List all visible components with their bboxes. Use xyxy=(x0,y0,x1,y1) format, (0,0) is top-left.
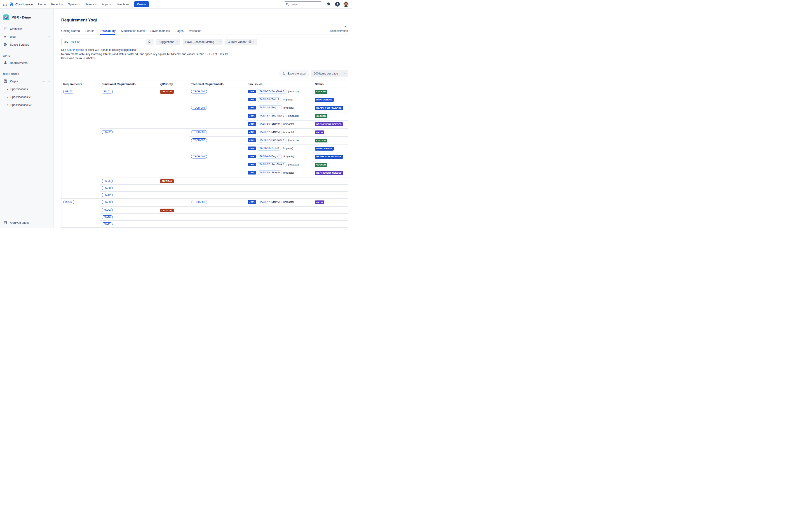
requirement-key-pill[interactable]: BR-02 xyxy=(63,200,74,204)
jira-issue-line: JIRATASK-57- Sub-Task 1(impacts) xyxy=(248,89,311,94)
requirement-key-pill[interactable]: FN-12 xyxy=(102,193,113,197)
current-variant-button[interactable]: Current variant × xyxy=(225,39,257,45)
apps-section-label: APPS xyxy=(0,52,53,59)
jira-issue-summary: Bug - 1 xyxy=(271,155,280,157)
requirement-key-pill[interactable]: FN-03 xyxy=(102,200,113,204)
run-search-button[interactable] xyxy=(146,39,153,45)
impacts-label: (impacts) xyxy=(288,115,299,117)
sidebar-page-specifications-v1[interactable]: Specifications v1 xyxy=(0,93,53,101)
space-header[interactable]: MBR - Démo xyxy=(0,14,53,20)
jira-issue-link[interactable]: TASK-55- Story 9 xyxy=(258,122,282,126)
tab-search[interactable]: Search xyxy=(85,29,95,34)
sidebar-item-label: Blog xyxy=(10,35,16,39)
requirement-key-pill[interactable]: FN-10 xyxy=(102,215,113,220)
sidebar-item-space-settings[interactable]: Space Settings xyxy=(0,41,53,48)
tab-modification-matrix[interactable]: Modification Matrix xyxy=(121,29,145,34)
search-icon xyxy=(286,3,289,6)
processed-time: Processed matrix in 2679ms xyxy=(61,57,348,60)
requirement-cell: BR-02 xyxy=(61,198,100,228)
nav-item-home[interactable]: Home xyxy=(38,3,46,6)
sidebar-item-archived-pages[interactable]: Archived pages xyxy=(0,219,53,227)
query-input[interactable]: key ~ 'BR-%' xyxy=(61,39,154,45)
pages-more-button[interactable]: ••• xyxy=(42,80,45,82)
nav-item-recent[interactable]: Recent xyxy=(51,3,62,6)
requirement-cell: FN-12 xyxy=(100,192,158,198)
save-options-button[interactable] xyxy=(217,39,222,45)
jira-issue-line: JIRATASK-57- Sub-Task 1(impacts) xyxy=(248,138,311,142)
status-badge: IN PROGRESS xyxy=(315,147,334,151)
sidebar-page-specifications[interactable]: Specifications xyxy=(0,85,53,93)
app-switcher-button[interactable] xyxy=(2,2,8,7)
jira-issue-cell: JIRATASK-47- Story 3(impacts) xyxy=(246,198,313,207)
clear-variant-icon[interactable]: × xyxy=(248,41,251,43)
tab-validation[interactable]: Validation xyxy=(189,29,201,34)
search-syntax-link[interactable]: Search syntax xyxy=(67,48,84,51)
requirement-key-pill[interactable]: FN-02 xyxy=(102,130,113,134)
nav-item-spaces[interactable]: Spaces xyxy=(68,3,80,6)
global-search-input[interactable]: Search xyxy=(284,1,322,7)
nav-item-apps[interactable]: Apps xyxy=(102,3,111,6)
jira-issue-link[interactable]: TASK-47- Story 3 xyxy=(258,130,282,134)
create-button[interactable]: Create xyxy=(134,1,149,7)
jira-issue-link[interactable]: TASK-55- Story 9 xyxy=(258,170,282,175)
export-to-excel-button[interactable]: Export to excel xyxy=(279,70,309,77)
suggestions-label: Suggestions xyxy=(159,41,174,44)
requirement-key-pill[interactable]: FN-11 xyxy=(102,222,113,226)
table-row: FN-10 xyxy=(61,213,348,221)
confluence-home-link[interactable]: Confluence xyxy=(10,2,33,6)
priority-cell: CRITICAL xyxy=(158,177,189,184)
tab-pages[interactable]: Pages xyxy=(176,29,184,34)
jira-issue-link[interactable]: TASK-56- Task 3 xyxy=(258,97,281,102)
jira-issue-link[interactable]: TASK-57- Sub-Task 1 xyxy=(258,138,287,142)
sidebar-item-requirements[interactable]: Requirements xyxy=(0,59,53,67)
requirement-key-pill[interactable]: TECH-004 xyxy=(191,106,207,110)
items-per-page-select[interactable]: 200 items per page xyxy=(311,70,348,77)
requirement-key-pill[interactable]: FN-01 xyxy=(102,90,113,94)
tab-getting-started[interactable]: Getting started xyxy=(61,29,80,34)
jira-issue-cell: JIRATASK-55- Story 9(impacts) xyxy=(246,169,313,177)
jira-issue-key: TASK-57- xyxy=(260,114,271,117)
sidebar-item-blog[interactable]: ” Blog + xyxy=(0,33,53,41)
nav-item-label: Templates xyxy=(116,3,129,6)
requirement-key-pill[interactable]: BR-01 xyxy=(63,90,74,94)
tab-administration[interactable]: Administration xyxy=(330,29,348,34)
suggestions-button[interactable]: Suggestions xyxy=(156,39,180,45)
requirement-key-pill[interactable]: TECH-002 xyxy=(191,138,207,142)
requirement-key-pill[interactable]: TECH-001 xyxy=(191,200,207,204)
save-cascade-matrix-button[interactable]: Save (Cascade Matrix) xyxy=(183,39,217,45)
ry-help-icon[interactable]: ? xyxy=(344,25,346,29)
nav-item-teams[interactable]: Teams xyxy=(86,3,97,6)
jira-issue-cell: JIRATASK-57- Sub-Task 1(impacts) xyxy=(246,112,313,120)
help-button[interactable]: ? xyxy=(335,2,340,6)
nav-item-templates[interactable]: Templates xyxy=(116,3,129,6)
add-blog-button[interactable]: + xyxy=(48,35,50,39)
add-shortcut-button[interactable]: + xyxy=(48,73,50,76)
requirement-key-pill[interactable]: FN-04 xyxy=(102,208,113,212)
jira-issue-line: JIRATASK-56- Task 3(impacts) xyxy=(248,97,311,102)
jira-issue-link[interactable]: TASK-56- Task 3 xyxy=(258,146,281,151)
requirement-key-pill[interactable]: TECH-002 xyxy=(191,90,207,94)
jira-issue-link[interactable]: TASK-57- Sub-Task 1 xyxy=(258,114,287,118)
requirement-key-pill[interactable]: TECH-001 xyxy=(191,130,207,134)
user-avatar[interactable] xyxy=(343,1,349,7)
tab-saved-matrixes[interactable]: Saved matrixes xyxy=(150,29,170,34)
export-label: Export to excel xyxy=(287,72,306,75)
sidebar-page-specifications-v2[interactable]: Specifications v2 xyxy=(0,101,53,109)
add-page-button[interactable]: + xyxy=(48,80,50,83)
jira-issue-summary: Bug - 1 xyxy=(271,106,280,109)
sidebar-item-pages[interactable]: Pages ••• + xyxy=(0,77,53,85)
jira-issue-link[interactable]: TASK-47- Story 3 xyxy=(258,200,282,204)
requirement-key-pill[interactable]: FN-05 xyxy=(102,179,113,183)
jira-issue-link[interactable]: TASK-57- Sub-Task 1 xyxy=(258,89,287,94)
jira-issue-summary: Sub-Task 1 xyxy=(271,139,285,141)
notifications-button[interactable] xyxy=(325,1,332,7)
requirement-key-pill[interactable]: FN-08 xyxy=(102,186,113,190)
tab-traceability[interactable]: Traceability xyxy=(100,29,116,34)
jira-issue-link[interactable]: TASK-46- Bug - 1 xyxy=(258,154,282,159)
jira-issue-link[interactable]: TASK-46- Bug - 1 xyxy=(258,105,282,110)
priority-badge: CRITICAL xyxy=(160,90,174,94)
requirement-key-pill[interactable]: TECH-004 xyxy=(191,155,207,159)
nav-item-label: Spaces xyxy=(68,3,77,6)
sidebar-item-overview[interactable]: Overview xyxy=(0,25,53,33)
jira-issue-link[interactable]: TASK-57- Sub-Task 1 xyxy=(258,162,287,167)
